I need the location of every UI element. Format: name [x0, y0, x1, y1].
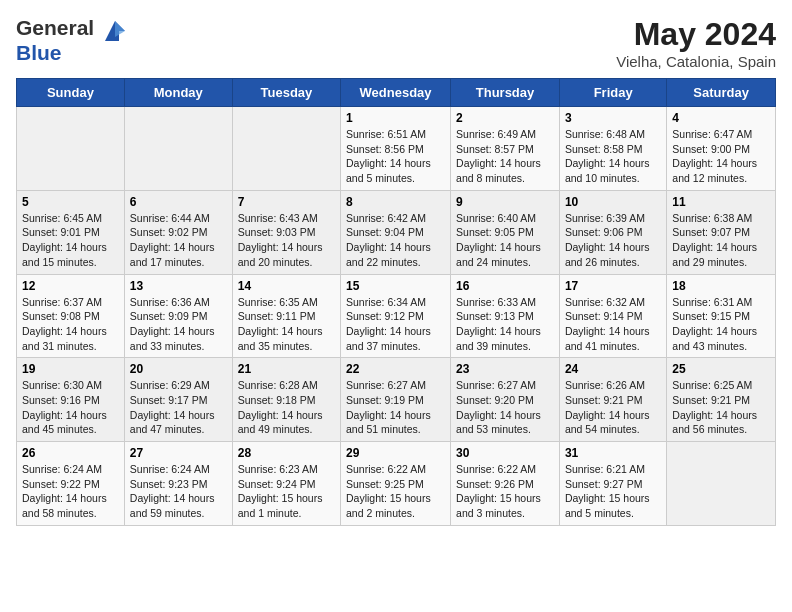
day-info: Sunrise: 6:49 AM Sunset: 8:57 PM Dayligh…	[456, 127, 554, 186]
day-number: 26	[22, 446, 119, 460]
weekday-header-tuesday: Tuesday	[232, 79, 340, 107]
day-info: Sunrise: 6:40 AM Sunset: 9:05 PM Dayligh…	[456, 211, 554, 270]
calendar-table: SundayMondayTuesdayWednesdayThursdayFrid…	[16, 78, 776, 526]
calendar-cell: 19Sunrise: 6:30 AM Sunset: 9:16 PM Dayli…	[17, 358, 125, 442]
calendar-cell: 25Sunrise: 6:25 AM Sunset: 9:21 PM Dayli…	[667, 358, 776, 442]
day-info: Sunrise: 6:42 AM Sunset: 9:04 PM Dayligh…	[346, 211, 445, 270]
logo-icon	[101, 17, 129, 45]
day-number: 16	[456, 279, 554, 293]
day-number: 24	[565, 362, 661, 376]
calendar-cell: 15Sunrise: 6:34 AM Sunset: 9:12 PM Dayli…	[341, 274, 451, 358]
calendar-cell: 8Sunrise: 6:42 AM Sunset: 9:04 PM Daylig…	[341, 190, 451, 274]
day-number: 29	[346, 446, 445, 460]
calendar-cell: 2Sunrise: 6:49 AM Sunset: 8:57 PM Daylig…	[451, 107, 560, 191]
day-number: 8	[346, 195, 445, 209]
day-number: 10	[565, 195, 661, 209]
weekday-header-thursday: Thursday	[451, 79, 560, 107]
calendar-cell: 4Sunrise: 6:47 AM Sunset: 9:00 PM Daylig…	[667, 107, 776, 191]
calendar-week-4: 19Sunrise: 6:30 AM Sunset: 9:16 PM Dayli…	[17, 358, 776, 442]
day-number: 21	[238, 362, 335, 376]
day-info: Sunrise: 6:33 AM Sunset: 9:13 PM Dayligh…	[456, 295, 554, 354]
calendar-cell: 27Sunrise: 6:24 AM Sunset: 9:23 PM Dayli…	[124, 442, 232, 526]
day-number: 13	[130, 279, 227, 293]
day-number: 28	[238, 446, 335, 460]
calendar-cell: 9Sunrise: 6:40 AM Sunset: 9:05 PM Daylig…	[451, 190, 560, 274]
day-number: 3	[565, 111, 661, 125]
day-info: Sunrise: 6:43 AM Sunset: 9:03 PM Dayligh…	[238, 211, 335, 270]
day-info: Sunrise: 6:27 AM Sunset: 9:20 PM Dayligh…	[456, 378, 554, 437]
day-info: Sunrise: 6:28 AM Sunset: 9:18 PM Dayligh…	[238, 378, 335, 437]
calendar-cell: 5Sunrise: 6:45 AM Sunset: 9:01 PM Daylig…	[17, 190, 125, 274]
calendar-week-1: 1Sunrise: 6:51 AM Sunset: 8:56 PM Daylig…	[17, 107, 776, 191]
calendar-cell: 18Sunrise: 6:31 AM Sunset: 9:15 PM Dayli…	[667, 274, 776, 358]
day-info: Sunrise: 6:24 AM Sunset: 9:23 PM Dayligh…	[130, 462, 227, 521]
weekday-header-monday: Monday	[124, 79, 232, 107]
page-header: General Blue May 2024 Vielha, Catalonia,…	[16, 16, 776, 70]
day-info: Sunrise: 6:29 AM Sunset: 9:17 PM Dayligh…	[130, 378, 227, 437]
day-info: Sunrise: 6:38 AM Sunset: 9:07 PM Dayligh…	[672, 211, 770, 270]
location-title: Vielha, Catalonia, Spain	[616, 53, 776, 70]
calendar-week-3: 12Sunrise: 6:37 AM Sunset: 9:08 PM Dayli…	[17, 274, 776, 358]
calendar-cell: 20Sunrise: 6:29 AM Sunset: 9:17 PM Dayli…	[124, 358, 232, 442]
day-info: Sunrise: 6:47 AM Sunset: 9:00 PM Dayligh…	[672, 127, 770, 186]
day-info: Sunrise: 6:44 AM Sunset: 9:02 PM Dayligh…	[130, 211, 227, 270]
weekday-header-row: SundayMondayTuesdayWednesdayThursdayFrid…	[17, 79, 776, 107]
calendar-cell: 1Sunrise: 6:51 AM Sunset: 8:56 PM Daylig…	[341, 107, 451, 191]
calendar-cell: 14Sunrise: 6:35 AM Sunset: 9:11 PM Dayli…	[232, 274, 340, 358]
day-number: 7	[238, 195, 335, 209]
day-number: 31	[565, 446, 661, 460]
day-number: 14	[238, 279, 335, 293]
day-info: Sunrise: 6:30 AM Sunset: 9:16 PM Dayligh…	[22, 378, 119, 437]
day-info: Sunrise: 6:36 AM Sunset: 9:09 PM Dayligh…	[130, 295, 227, 354]
title-area: May 2024 Vielha, Catalonia, Spain	[616, 16, 776, 70]
calendar-cell	[17, 107, 125, 191]
day-number: 15	[346, 279, 445, 293]
calendar-cell: 28Sunrise: 6:23 AM Sunset: 9:24 PM Dayli…	[232, 442, 340, 526]
day-number: 22	[346, 362, 445, 376]
calendar-cell: 6Sunrise: 6:44 AM Sunset: 9:02 PM Daylig…	[124, 190, 232, 274]
day-number: 25	[672, 362, 770, 376]
weekday-header-friday: Friday	[559, 79, 666, 107]
day-info: Sunrise: 6:25 AM Sunset: 9:21 PM Dayligh…	[672, 378, 770, 437]
day-info: Sunrise: 6:32 AM Sunset: 9:14 PM Dayligh…	[565, 295, 661, 354]
weekday-header-wednesday: Wednesday	[341, 79, 451, 107]
day-info: Sunrise: 6:48 AM Sunset: 8:58 PM Dayligh…	[565, 127, 661, 186]
day-info: Sunrise: 6:31 AM Sunset: 9:15 PM Dayligh…	[672, 295, 770, 354]
calendar-cell: 29Sunrise: 6:22 AM Sunset: 9:25 PM Dayli…	[341, 442, 451, 526]
day-number: 9	[456, 195, 554, 209]
weekday-header-saturday: Saturday	[667, 79, 776, 107]
day-info: Sunrise: 6:37 AM Sunset: 9:08 PM Dayligh…	[22, 295, 119, 354]
calendar-cell: 24Sunrise: 6:26 AM Sunset: 9:21 PM Dayli…	[559, 358, 666, 442]
day-number: 4	[672, 111, 770, 125]
calendar-week-5: 26Sunrise: 6:24 AM Sunset: 9:22 PM Dayli…	[17, 442, 776, 526]
day-number: 18	[672, 279, 770, 293]
day-info: Sunrise: 6:27 AM Sunset: 9:19 PM Dayligh…	[346, 378, 445, 437]
calendar-cell: 10Sunrise: 6:39 AM Sunset: 9:06 PM Dayli…	[559, 190, 666, 274]
day-info: Sunrise: 6:23 AM Sunset: 9:24 PM Dayligh…	[238, 462, 335, 521]
calendar-cell	[124, 107, 232, 191]
day-number: 19	[22, 362, 119, 376]
calendar-cell: 17Sunrise: 6:32 AM Sunset: 9:14 PM Dayli…	[559, 274, 666, 358]
calendar-cell	[232, 107, 340, 191]
svg-marker-1	[115, 21, 125, 37]
day-number: 20	[130, 362, 227, 376]
calendar-cell: 22Sunrise: 6:27 AM Sunset: 9:19 PM Dayli…	[341, 358, 451, 442]
calendar-cell: 16Sunrise: 6:33 AM Sunset: 9:13 PM Dayli…	[451, 274, 560, 358]
day-number: 2	[456, 111, 554, 125]
calendar-cell	[667, 442, 776, 526]
day-info: Sunrise: 6:39 AM Sunset: 9:06 PM Dayligh…	[565, 211, 661, 270]
day-number: 30	[456, 446, 554, 460]
day-number: 17	[565, 279, 661, 293]
day-info: Sunrise: 6:51 AM Sunset: 8:56 PM Dayligh…	[346, 127, 445, 186]
calendar-cell: 11Sunrise: 6:38 AM Sunset: 9:07 PM Dayli…	[667, 190, 776, 274]
month-title: May 2024	[616, 16, 776, 53]
logo-blue-text: Blue	[16, 41, 62, 64]
calendar-cell: 3Sunrise: 6:48 AM Sunset: 8:58 PM Daylig…	[559, 107, 666, 191]
calendar-cell: 21Sunrise: 6:28 AM Sunset: 9:18 PM Dayli…	[232, 358, 340, 442]
day-info: Sunrise: 6:45 AM Sunset: 9:01 PM Dayligh…	[22, 211, 119, 270]
day-number: 23	[456, 362, 554, 376]
calendar-cell: 31Sunrise: 6:21 AM Sunset: 9:27 PM Dayli…	[559, 442, 666, 526]
day-number: 6	[130, 195, 227, 209]
day-number: 12	[22, 279, 119, 293]
logo: General Blue	[16, 16, 129, 65]
